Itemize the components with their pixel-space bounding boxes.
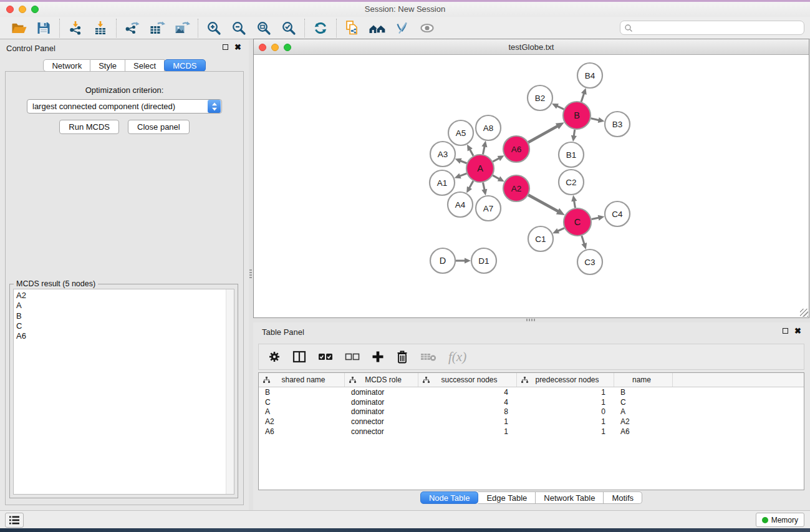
table-row[interactable]: Cdominator41C — [259, 397, 804, 407]
search-input[interactable] — [635, 24, 800, 32]
graph-node-A7[interactable]: A7 — [476, 196, 501, 221]
dropdown-stepper-icon[interactable] — [208, 100, 221, 113]
zoom-window-button[interactable] — [31, 6, 39, 13]
zoom-in-button[interactable] — [201, 18, 226, 38]
splitter-grip[interactable] — [249, 269, 252, 279]
zoom-fit-button[interactable] — [251, 18, 276, 38]
graph-edge-A2-C[interactable] — [528, 195, 565, 215]
save-session-button[interactable] — [31, 18, 56, 38]
table-cell[interactable]: 4 — [418, 388, 517, 397]
table-cell[interactable]: dominator — [345, 388, 418, 397]
deselect-all-columns-button[interactable] — [345, 352, 360, 361]
tab-node-table[interactable]: Node Table — [420, 491, 479, 504]
table-cell[interactable]: 1 — [517, 427, 614, 436]
graph-node-C2[interactable]: C2 — [559, 170, 584, 195]
table-settings-button[interactable] — [268, 351, 281, 363]
graph-node-C1[interactable]: C1 — [528, 226, 553, 251]
export-table-button[interactable] — [145, 18, 170, 38]
table-cell[interactable]: B — [614, 388, 673, 397]
graph-node-D[interactable]: D — [430, 248, 455, 273]
graph-node-C4[interactable]: C4 — [605, 201, 630, 226]
graph-node-A2[interactable]: A2 — [503, 175, 529, 201]
graph-node-A8[interactable]: A8 — [476, 115, 501, 140]
graph-edge-A-A8[interactable] — [481, 141, 487, 155]
tab-edge-table[interactable]: Edge Table — [478, 491, 536, 504]
table-cell[interactable]: C — [259, 398, 345, 407]
table-row[interactable]: Bdominator41B — [259, 387, 804, 397]
float-panel-icon[interactable] — [783, 328, 788, 334]
new-network-from-selection-button[interactable] — [340, 18, 365, 38]
graph-node-A5[interactable]: A5 — [448, 120, 473, 145]
table-row[interactable]: A2connector11A2 — [259, 417, 804, 427]
hide-selected-button[interactable] — [390, 18, 415, 38]
graph-edge-D-D1[interactable] — [456, 258, 471, 263]
graph-edge-A-A2[interactable] — [493, 175, 504, 181]
graph-node-C3[interactable]: C3 — [577, 249, 602, 274]
graph-edge-A-A4[interactable] — [466, 181, 473, 193]
column-header-successor-nodes[interactable]: successor nodes — [418, 373, 517, 387]
table-row[interactable]: A6connector11A6 — [259, 427, 804, 437]
table-cell[interactable]: 8 — [418, 407, 517, 416]
tab-mcds[interactable]: MCDS — [164, 59, 205, 72]
column-visibility-button[interactable] — [292, 351, 306, 363]
list-item[interactable]: C — [16, 321, 234, 331]
graph-edge-A6-B[interactable] — [528, 122, 564, 142]
table-row[interactable]: Adominator80A — [259, 407, 804, 417]
table-cell[interactable]: 4 — [418, 398, 517, 407]
graph-node-B[interactable]: B — [563, 102, 591, 129]
export-network-button[interactable] — [120, 18, 145, 38]
table-cell[interactable]: A — [259, 407, 345, 416]
tab-network-table[interactable]: Network Table — [536, 491, 604, 504]
graph-node-C[interactable]: C — [564, 208, 591, 236]
close-panel-icon[interactable]: ✖ — [794, 327, 801, 334]
function-builder-button[interactable]: f(x) — [448, 349, 466, 365]
float-panel-icon[interactable] — [223, 44, 228, 50]
table-cell[interactable]: C — [614, 398, 673, 407]
table-cell[interactable]: 1 — [418, 417, 517, 426]
table-cell[interactable]: 1 — [517, 388, 614, 397]
horizontal-splitter[interactable] — [253, 318, 810, 322]
table-cell[interactable]: A6 — [259, 427, 345, 436]
graph-edge-A-A6[interactable] — [493, 155, 504, 162]
table-cell[interactable]: dominator — [345, 398, 418, 407]
column-header-MCDS-role[interactable]: MCDS role — [345, 373, 418, 387]
node-table[interactable]: shared nameMCDS rolesuccessor nodesprede… — [258, 372, 804, 490]
close-panel-button[interactable]: Close panel — [128, 120, 190, 134]
zoom-selected-button[interactable] — [276, 18, 301, 38]
zoom-out-button[interactable] — [226, 18, 251, 38]
graph-edge-A-A3[interactable] — [455, 158, 467, 164]
graph-node-B3[interactable]: B3 — [605, 112, 630, 137]
table-cell[interactable]: A2 — [614, 417, 673, 426]
add-column-button[interactable] — [372, 351, 384, 363]
tab-select[interactable]: Select — [125, 59, 165, 72]
show-panels-button[interactable] — [5, 513, 24, 528]
splitter-grip[interactable] — [526, 319, 536, 321]
import-network-button[interactable] — [63, 18, 88, 38]
graph-edge-C-C1[interactable] — [552, 228, 564, 234]
close-network-window-button[interactable] — [259, 44, 266, 51]
graph-edge-B-B3[interactable] — [591, 117, 604, 123]
select-all-columns-button[interactable] — [318, 352, 333, 361]
column-header-predecessor-nodes[interactable]: predecessor nodes — [517, 373, 614, 387]
graph-node-B2[interactable]: B2 — [528, 85, 552, 110]
graph-node-A1[interactable]: A1 — [430, 170, 455, 195]
graph-node-A4[interactable]: A4 — [448, 192, 473, 217]
run-mcds-button[interactable]: Run MCDS — [59, 120, 119, 134]
graph-node-D1[interactable]: D1 — [471, 248, 496, 273]
table-cell[interactable]: 0 — [517, 407, 614, 416]
graph-edge-C-C2[interactable] — [571, 195, 577, 208]
memory-button[interactable]: Memory — [756, 513, 804, 527]
table-cell[interactable]: 1 — [418, 427, 517, 436]
tab-style[interactable]: Style — [90, 59, 125, 72]
window-resize-grip[interactable] — [800, 309, 808, 317]
network-canvas[interactable]: AA1A2A3A4A5A6A7A8BB1B2B3B4CC1C2C3C4DD1 — [254, 56, 809, 317]
graph-edge-A-A1[interactable] — [455, 173, 467, 179]
network-graph[interactable]: AA1A2A3A4A5A6A7A8BB1B2B3B4CC1C2C3C4DD1 — [254, 56, 809, 318]
graph-edge-B-B4[interactable] — [581, 88, 587, 102]
refresh-network-button[interactable] — [308, 18, 333, 38]
graph-edge-C-C3[interactable] — [581, 236, 587, 249]
graph-node-B1[interactable]: B1 — [559, 142, 584, 167]
table-cell[interactable]: 1 — [517, 398, 614, 407]
tab-motifs[interactable]: Motifs — [604, 491, 642, 504]
table-cell[interactable]: dominator — [345, 407, 418, 416]
